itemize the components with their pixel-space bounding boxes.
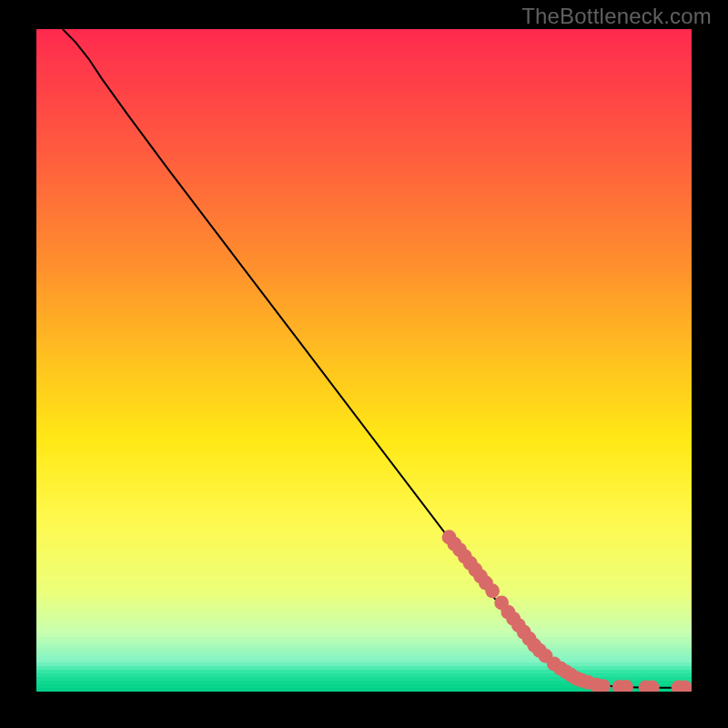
data-marker: [485, 583, 500, 598]
plot-area: [36, 29, 692, 692]
curve-path: [63, 29, 685, 688]
watermark-text: TheBottleneck.com: [521, 4, 712, 29]
chart-frame: TheBottleneck.com: [0, 0, 728, 728]
chart-svg: [36, 29, 692, 692]
